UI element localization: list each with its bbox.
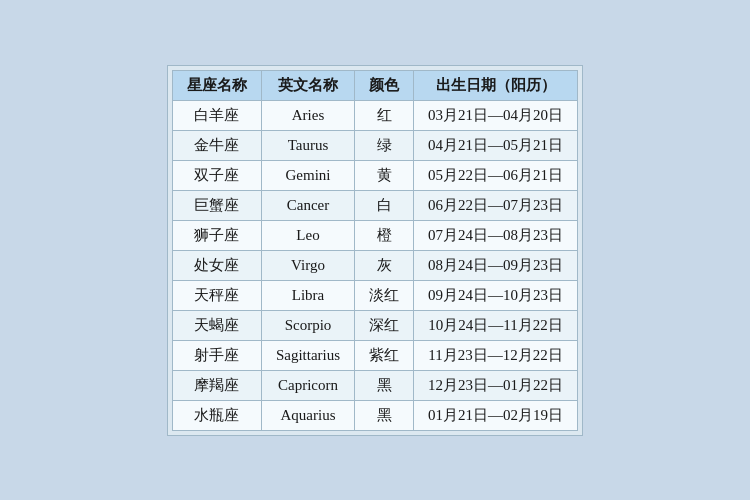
table-row: 处女座Virgo灰08月24日—09月23日 [172,250,577,280]
zodiac-table: 星座名称 英文名称 颜色 出生日期（阳历） 白羊座Aries红03月21日—04… [172,70,578,431]
cell-chinese-name: 狮子座 [172,220,261,250]
cell-english-name: Cancer [261,190,354,220]
cell-date: 05月22日—06月21日 [414,160,578,190]
cell-date: 07月24日—08月23日 [414,220,578,250]
header-chinese-name: 星座名称 [172,70,261,100]
table-row: 白羊座Aries红03月21日—04月20日 [172,100,577,130]
cell-color: 橙 [355,220,414,250]
cell-color: 绿 [355,130,414,160]
table-row: 摩羯座Capricorn黑12月23日—01月22日 [172,370,577,400]
cell-chinese-name: 摩羯座 [172,370,261,400]
cell-english-name: Sagittarius [261,340,354,370]
cell-color: 淡红 [355,280,414,310]
cell-color: 灰 [355,250,414,280]
cell-date: 01月21日—02月19日 [414,400,578,430]
cell-chinese-name: 金牛座 [172,130,261,160]
cell-chinese-name: 白羊座 [172,100,261,130]
cell-chinese-name: 射手座 [172,340,261,370]
cell-english-name: Capricorn [261,370,354,400]
cell-date: 11月23日—12月22日 [414,340,578,370]
table-row: 天秤座Libra淡红09月24日—10月23日 [172,280,577,310]
header-date: 出生日期（阳历） [414,70,578,100]
table-header-row: 星座名称 英文名称 颜色 出生日期（阳历） [172,70,577,100]
cell-date: 06月22日—07月23日 [414,190,578,220]
table-row: 金牛座Taurus绿04月21日—05月21日 [172,130,577,160]
zodiac-table-container: 星座名称 英文名称 颜色 出生日期（阳历） 白羊座Aries红03月21日—04… [167,65,583,436]
cell-color: 黑 [355,400,414,430]
cell-chinese-name: 水瓶座 [172,400,261,430]
cell-color: 紫红 [355,340,414,370]
cell-english-name: Aquarius [261,400,354,430]
cell-color: 白 [355,190,414,220]
cell-color: 红 [355,100,414,130]
cell-english-name: Libra [261,280,354,310]
cell-english-name: Taurus [261,130,354,160]
cell-date: 10月24日—11月22日 [414,310,578,340]
cell-date: 03月21日—04月20日 [414,100,578,130]
cell-date: 12月23日—01月22日 [414,370,578,400]
cell-date: 09月24日—10月23日 [414,280,578,310]
cell-english-name: Virgo [261,250,354,280]
table-row: 水瓶座Aquarius黑01月21日—02月19日 [172,400,577,430]
table-row: 狮子座Leo橙07月24日—08月23日 [172,220,577,250]
cell-date: 08月24日—09月23日 [414,250,578,280]
table-body: 白羊座Aries红03月21日—04月20日金牛座Taurus绿04月21日—0… [172,100,577,430]
header-english-name: 英文名称 [261,70,354,100]
cell-english-name: Aries [261,100,354,130]
table-row: 双子座Gemini黄05月22日—06月21日 [172,160,577,190]
cell-english-name: Gemini [261,160,354,190]
cell-chinese-name: 天蝎座 [172,310,261,340]
cell-chinese-name: 处女座 [172,250,261,280]
table-row: 射手座Sagittarius紫红11月23日—12月22日 [172,340,577,370]
cell-color: 黄 [355,160,414,190]
cell-chinese-name: 巨蟹座 [172,190,261,220]
cell-chinese-name: 双子座 [172,160,261,190]
cell-english-name: Leo [261,220,354,250]
cell-color: 黑 [355,370,414,400]
cell-english-name: Scorpio [261,310,354,340]
header-color: 颜色 [355,70,414,100]
cell-date: 04月21日—05月21日 [414,130,578,160]
table-row: 巨蟹座Cancer白06月22日—07月23日 [172,190,577,220]
table-row: 天蝎座Scorpio深红10月24日—11月22日 [172,310,577,340]
cell-chinese-name: 天秤座 [172,280,261,310]
cell-color: 深红 [355,310,414,340]
